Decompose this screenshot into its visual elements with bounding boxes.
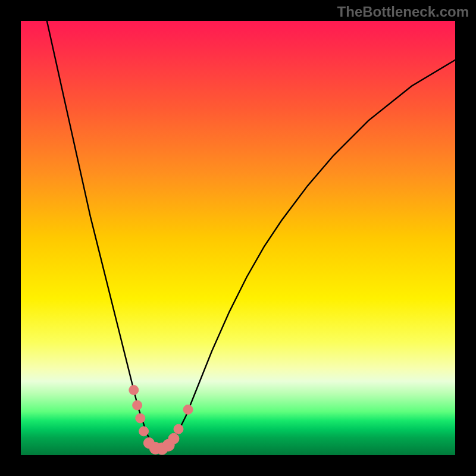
data-marker: [129, 386, 139, 395]
watermark-text: TheBottleneck.com: [337, 4, 469, 20]
data-marker: [183, 405, 193, 414]
data-marker: [133, 400, 142, 410]
curve-layer: [21, 21, 455, 455]
data-marker: [136, 414, 145, 423]
chart-frame: TheBottleneck.com: [0, 0, 476, 476]
data-marker: [168, 433, 179, 444]
plot-area: [21, 21, 455, 455]
bottleneck-curve: [47, 21, 455, 449]
data-marker: [139, 427, 149, 436]
data-marker: [174, 424, 183, 434]
